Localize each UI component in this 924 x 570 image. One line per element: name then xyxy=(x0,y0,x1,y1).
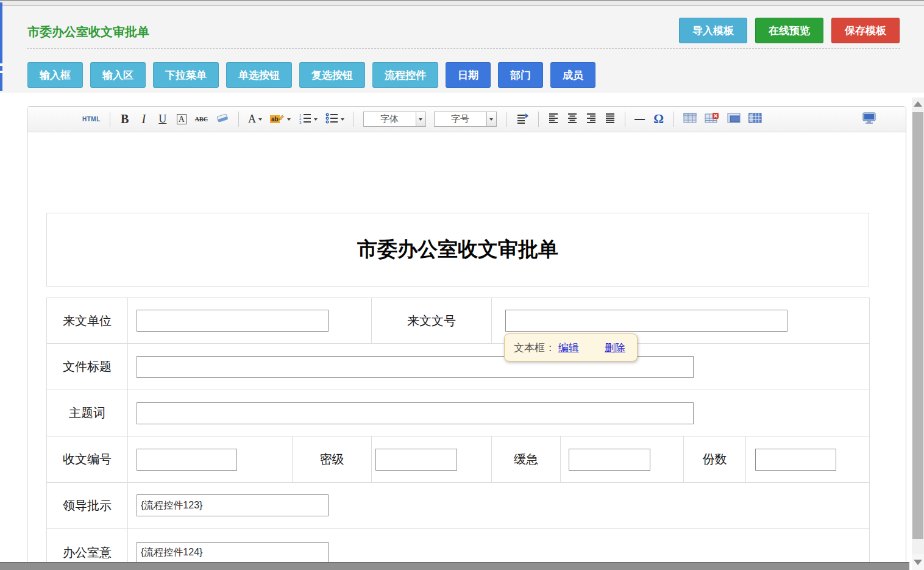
online-preview-button[interactable]: 在线预览 xyxy=(755,18,823,43)
chevron-down-icon xyxy=(341,118,344,121)
source-unit-input[interactable] xyxy=(137,310,329,332)
office-opinion-input[interactable] xyxy=(137,542,329,564)
edit-link[interactable]: 编辑 xyxy=(558,341,579,355)
sliver-mark xyxy=(0,63,2,66)
toolbar-separator xyxy=(238,112,239,127)
font-frame-button[interactable]: A xyxy=(176,111,187,128)
align-right-button[interactable] xyxy=(586,111,597,128)
form-label: 来文单位 xyxy=(47,298,128,344)
toolbar-separator xyxy=(625,112,625,127)
font-family-value: 字体 xyxy=(364,113,416,125)
font-size-dropdown-button[interactable] xyxy=(486,112,496,126)
italic-button[interactable]: I xyxy=(138,111,149,128)
form-input-cell xyxy=(372,436,492,483)
font-size-select[interactable]: 字号 xyxy=(434,112,497,127)
window-top-edge xyxy=(0,0,924,5)
align-left-icon xyxy=(548,113,559,126)
vertical-scrollbar[interactable] xyxy=(912,98,924,570)
font-family-select[interactable]: 字体 xyxy=(363,112,426,127)
document-number-input[interactable] xyxy=(505,310,787,332)
bold-button[interactable]: B xyxy=(119,111,130,128)
form-label: 缓急 xyxy=(492,436,561,483)
eraser-icon xyxy=(216,113,229,126)
form-title: 市委办公室收文审批单 xyxy=(357,236,558,263)
insert-table-button[interactable] xyxy=(683,111,697,128)
receipt-number-input[interactable] xyxy=(137,449,237,471)
import-template-button[interactable]: 导入模板 xyxy=(679,18,747,43)
editor-toolbar: HTML B I U A ABC A ab 123 字体 字号 — Ω xyxy=(27,107,906,132)
fullscreen-icon xyxy=(862,112,876,127)
insert-flow-control-button[interactable]: 流程控件 xyxy=(372,62,438,88)
page-header: 市委办公室收文审批单 导入模板 在线预览 保存模板 输入框 输入区 下拉菜单 单… xyxy=(0,5,924,93)
indent-button[interactable] xyxy=(516,111,529,128)
insert-textarea-button[interactable]: 输入区 xyxy=(90,62,146,88)
insert-dropdown-button[interactable]: 下拉菜单 xyxy=(153,62,219,88)
save-template-button[interactable]: 保存模板 xyxy=(831,18,900,43)
cell-properties-button[interactable] xyxy=(727,111,741,128)
underline-icon: U xyxy=(158,113,166,126)
align-right-icon xyxy=(586,113,597,126)
insert-radio-button[interactable]: 单选按钮 xyxy=(226,62,292,88)
background-window-sliver xyxy=(0,2,2,91)
leader-comments-input[interactable] xyxy=(137,494,329,516)
copies-input[interactable] xyxy=(755,449,836,471)
security-level-input[interactable] xyxy=(375,449,457,471)
table-row: 文件标题 xyxy=(47,344,870,390)
scroll-down-arrow-icon xyxy=(914,560,922,565)
align-center-button[interactable] xyxy=(567,111,578,128)
insert-department-button[interactable]: 部门 xyxy=(498,62,543,88)
pencil-icon xyxy=(278,112,285,123)
svg-text:3: 3 xyxy=(299,121,302,124)
omega-icon: Ω xyxy=(653,112,664,127)
fullscreen-button[interactable] xyxy=(862,111,876,128)
font-family-dropdown-button[interactable] xyxy=(416,112,425,126)
form-input-cell xyxy=(128,436,293,483)
insert-input-button[interactable]: 输入框 xyxy=(27,62,83,88)
tooltip-label: 文本框： xyxy=(514,341,555,355)
html-source-button[interactable]: HTML xyxy=(82,111,101,128)
cell-properties-icon xyxy=(727,113,741,126)
table-row: 领导批示 xyxy=(47,483,870,529)
toolbar-separator xyxy=(673,112,674,127)
align-left-button[interactable] xyxy=(548,111,559,128)
control-tooltip: 文本框： 编辑 删除 xyxy=(504,333,638,362)
delete-link[interactable]: 删除 xyxy=(605,341,625,355)
insert-checkbox-button[interactable]: 复选按钮 xyxy=(299,62,365,88)
form-label: 主题词 xyxy=(47,390,128,436)
header-actions: 导入模板 在线预览 保存模板 xyxy=(679,18,900,43)
horizontal-rule-button[interactable]: — xyxy=(634,111,645,128)
font-color-icon: A xyxy=(248,113,256,126)
form-input-cell xyxy=(128,483,870,529)
chevron-down-icon xyxy=(258,118,262,121)
strikethrough-button[interactable]: ABC xyxy=(195,111,208,128)
ordered-list-icon: 123 xyxy=(299,113,311,126)
font-color-button[interactable]: A xyxy=(248,111,262,128)
approval-form-table: 来文单位 来文文号 文件标题 主题词 收文编号 密级 缓急 份数 xyxy=(46,297,870,570)
unordered-list-button[interactable] xyxy=(325,111,344,128)
form-title-box: 市委办公室收文审批单 xyxy=(46,213,869,287)
scroll-up-arrow-icon[interactable] xyxy=(914,101,922,107)
align-justify-icon xyxy=(605,113,616,126)
highlight-button[interactable]: ab xyxy=(270,111,291,128)
insert-date-button[interactable]: 日期 xyxy=(446,62,491,88)
ordered-list-button[interactable]: 123 xyxy=(299,111,318,128)
table-row: 来文单位 来文文号 xyxy=(47,298,870,344)
insert-member-button[interactable]: 成员 xyxy=(550,62,595,88)
special-char-button[interactable]: Ω xyxy=(653,111,664,128)
form-input-cell xyxy=(128,390,870,436)
urgency-input[interactable] xyxy=(569,449,650,471)
align-justify-button[interactable] xyxy=(605,111,616,128)
table-row: 收文编号 密级 缓急 份数 xyxy=(47,436,870,483)
editor-content[interactable]: 市委办公室收文审批单 来文单位 来文文号 文件标题 主题词 收文编 xyxy=(27,132,906,570)
underline-button[interactable]: U xyxy=(157,111,168,128)
form-label: 文件标题 xyxy=(47,344,128,390)
scrollbar-thumb[interactable] xyxy=(912,112,923,539)
toolbar-separator xyxy=(506,112,506,127)
table-properties-button[interactable] xyxy=(748,111,762,128)
eraser-button[interactable] xyxy=(216,111,229,128)
table-row: 主题词 xyxy=(47,390,870,436)
scroll-down-button[interactable] xyxy=(912,554,924,570)
chevron-down-icon xyxy=(419,118,422,121)
subject-words-input[interactable] xyxy=(137,402,694,424)
delete-table-button[interactable] xyxy=(705,111,719,128)
